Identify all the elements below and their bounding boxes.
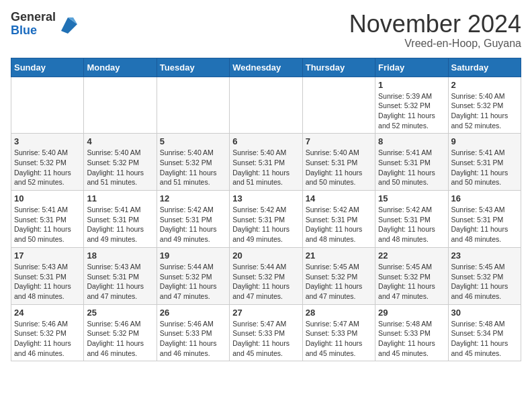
day-info: Sunrise: 5:42 AM Sunset: 5:31 PM Dayligh… <box>160 205 226 244</box>
header-day-saturday: Saturday <box>448 58 521 77</box>
day-info: Sunrise: 5:42 AM Sunset: 5:31 PM Dayligh… <box>306 205 372 244</box>
calendar-week-4: 24Sunrise: 5:46 AM Sunset: 5:32 PM Dayli… <box>11 304 521 361</box>
calendar-cell: 2Sunrise: 5:40 AM Sunset: 5:32 PM Daylig… <box>448 77 521 134</box>
logo-text: General Blue <box>11 11 56 38</box>
calendar-cell: 16Sunrise: 5:43 AM Sunset: 5:31 PM Dayli… <box>448 191 521 248</box>
calendar-cell: 12Sunrise: 5:42 AM Sunset: 5:31 PM Dayli… <box>157 191 229 248</box>
day-number: 8 <box>378 136 445 146</box>
calendar-cell: 1Sunrise: 5:39 AM Sunset: 5:32 PM Daylig… <box>375 77 448 134</box>
calendar-cell: 14Sunrise: 5:42 AM Sunset: 5:31 PM Dayli… <box>302 191 375 248</box>
day-info: Sunrise: 5:41 AM Sunset: 5:31 PM Dayligh… <box>378 148 445 187</box>
calendar-cell: 27Sunrise: 5:47 AM Sunset: 5:33 PM Dayli… <box>230 304 302 361</box>
calendar-cell: 25Sunrise: 5:46 AM Sunset: 5:32 PM Dayli… <box>84 304 157 361</box>
day-number: 7 <box>306 136 372 146</box>
day-number: 23 <box>451 250 518 261</box>
day-info: Sunrise: 5:46 AM Sunset: 5:33 PM Dayligh… <box>160 319 226 359</box>
day-number: 2 <box>451 80 518 90</box>
day-info: Sunrise: 5:40 AM Sunset: 5:31 PM Dayligh… <box>232 148 299 187</box>
day-info: Sunrise: 5:43 AM Sunset: 5:31 PM Dayligh… <box>14 262 81 302</box>
day-info: Sunrise: 5:46 AM Sunset: 5:32 PM Dayligh… <box>87 319 153 359</box>
day-number: 20 <box>232 250 299 261</box>
calendar-cell: 29Sunrise: 5:48 AM Sunset: 5:33 PM Dayli… <box>375 304 448 361</box>
calendar-cell: 13Sunrise: 5:42 AM Sunset: 5:31 PM Dayli… <box>230 191 302 248</box>
day-number: 10 <box>14 193 81 203</box>
day-number: 22 <box>378 250 445 261</box>
header-day-thursday: Thursday <box>302 58 375 77</box>
day-info: Sunrise: 5:45 AM Sunset: 5:32 PM Dayligh… <box>451 262 518 302</box>
day-number: 29 <box>378 308 445 318</box>
day-info: Sunrise: 5:42 AM Sunset: 5:31 PM Dayligh… <box>378 205 445 244</box>
day-number: 30 <box>451 308 518 318</box>
day-number: 9 <box>451 136 518 146</box>
day-info: Sunrise: 5:47 AM Sunset: 5:33 PM Dayligh… <box>306 319 372 359</box>
day-info: Sunrise: 5:44 AM Sunset: 5:32 PM Dayligh… <box>232 262 299 302</box>
calendar-cell <box>230 77 302 134</box>
calendar-cell: 4Sunrise: 5:40 AM Sunset: 5:32 PM Daylig… <box>84 134 157 191</box>
calendar-week-3: 17Sunrise: 5:43 AM Sunset: 5:31 PM Dayli… <box>11 247 521 304</box>
day-info: Sunrise: 5:39 AM Sunset: 5:32 PM Dayligh… <box>378 91 445 131</box>
logo-blue: Blue <box>11 24 37 37</box>
calendar-cell <box>84 77 157 134</box>
calendar-cell <box>302 77 375 134</box>
calendar-cell <box>157 77 229 134</box>
calendar-cell: 6Sunrise: 5:40 AM Sunset: 5:31 PM Daylig… <box>230 134 302 191</box>
calendar-cell: 22Sunrise: 5:45 AM Sunset: 5:32 PM Dayli… <box>375 247 448 304</box>
header-day-friday: Friday <box>375 58 448 77</box>
calendar-cell: 18Sunrise: 5:43 AM Sunset: 5:31 PM Dayli… <box>84 247 157 304</box>
day-info: Sunrise: 5:48 AM Sunset: 5:33 PM Dayligh… <box>378 319 445 359</box>
calendar-cell: 10Sunrise: 5:41 AM Sunset: 5:31 PM Dayli… <box>11 191 84 248</box>
day-info: Sunrise: 5:46 AM Sunset: 5:32 PM Dayligh… <box>14 319 81 359</box>
day-info: Sunrise: 5:48 AM Sunset: 5:34 PM Dayligh… <box>451 319 518 359</box>
day-number: 28 <box>306 308 372 318</box>
day-info: Sunrise: 5:40 AM Sunset: 5:32 PM Dayligh… <box>160 148 226 187</box>
header-day-tuesday: Tuesday <box>157 58 229 77</box>
calendar-week-1: 3Sunrise: 5:40 AM Sunset: 5:32 PM Daylig… <box>11 134 521 191</box>
logo: General Blue <box>11 11 77 38</box>
calendar-cell: 30Sunrise: 5:48 AM Sunset: 5:34 PM Dayli… <box>448 304 521 361</box>
day-number: 16 <box>451 193 518 203</box>
month-title: November 2024 <box>349 11 521 38</box>
day-number: 18 <box>87 250 153 261</box>
header-day-wednesday: Wednesday <box>230 58 302 77</box>
calendar-cell <box>11 77 84 134</box>
calendar-cell: 15Sunrise: 5:42 AM Sunset: 5:31 PM Dayli… <box>375 191 448 248</box>
day-number: 15 <box>378 193 445 203</box>
day-info: Sunrise: 5:41 AM Sunset: 5:31 PM Dayligh… <box>451 148 518 187</box>
day-info: Sunrise: 5:43 AM Sunset: 5:31 PM Dayligh… <box>451 205 518 244</box>
calendar-cell: 28Sunrise: 5:47 AM Sunset: 5:33 PM Dayli… <box>302 304 375 361</box>
calendar-table: SundayMondayTuesdayWednesdayThursdayFrid… <box>11 58 521 362</box>
title-block: November 2024 Vreed-en-Hoop, Guyana <box>349 11 521 50</box>
calendar-cell: 9Sunrise: 5:41 AM Sunset: 5:31 PM Daylig… <box>448 134 521 191</box>
day-number: 4 <box>87 136 153 146</box>
calendar-cell: 26Sunrise: 5:46 AM Sunset: 5:33 PM Dayli… <box>157 304 229 361</box>
calendar-cell: 7Sunrise: 5:40 AM Sunset: 5:31 PM Daylig… <box>302 134 375 191</box>
day-number: 17 <box>14 250 81 261</box>
calendar-header-row: SundayMondayTuesdayWednesdayThursdayFrid… <box>11 58 521 77</box>
day-number: 21 <box>306 250 372 261</box>
calendar-cell: 23Sunrise: 5:45 AM Sunset: 5:32 PM Dayli… <box>448 247 521 304</box>
day-number: 27 <box>232 308 299 318</box>
calendar-cell: 20Sunrise: 5:44 AM Sunset: 5:32 PM Dayli… <box>230 247 302 304</box>
calendar-week-0: 1Sunrise: 5:39 AM Sunset: 5:32 PM Daylig… <box>11 77 521 134</box>
calendar-cell: 8Sunrise: 5:41 AM Sunset: 5:31 PM Daylig… <box>375 134 448 191</box>
day-info: Sunrise: 5:41 AM Sunset: 5:31 PM Dayligh… <box>14 205 81 244</box>
day-number: 1 <box>378 80 445 90</box>
day-info: Sunrise: 5:41 AM Sunset: 5:31 PM Dayligh… <box>87 205 153 244</box>
day-number: 14 <box>306 193 372 203</box>
day-number: 24 <box>14 308 81 318</box>
calendar-cell: 17Sunrise: 5:43 AM Sunset: 5:31 PM Dayli… <box>11 247 84 304</box>
calendar-week-2: 10Sunrise: 5:41 AM Sunset: 5:31 PM Dayli… <box>11 191 521 248</box>
calendar-cell: 19Sunrise: 5:44 AM Sunset: 5:32 PM Dayli… <box>157 247 229 304</box>
day-info: Sunrise: 5:45 AM Sunset: 5:32 PM Dayligh… <box>378 262 445 302</box>
logo-icon <box>58 15 77 34</box>
day-info: Sunrise: 5:40 AM Sunset: 5:32 PM Dayligh… <box>451 91 518 131</box>
calendar-cell: 21Sunrise: 5:45 AM Sunset: 5:32 PM Dayli… <box>302 247 375 304</box>
day-info: Sunrise: 5:40 AM Sunset: 5:31 PM Dayligh… <box>306 148 372 187</box>
day-number: 26 <box>160 308 226 318</box>
day-number: 11 <box>87 193 153 203</box>
day-number: 19 <box>160 250 226 261</box>
day-info: Sunrise: 5:42 AM Sunset: 5:31 PM Dayligh… <box>232 205 299 244</box>
day-info: Sunrise: 5:47 AM Sunset: 5:33 PM Dayligh… <box>232 319 299 359</box>
calendar-body: 1Sunrise: 5:39 AM Sunset: 5:32 PM Daylig… <box>11 77 521 361</box>
calendar-cell: 3Sunrise: 5:40 AM Sunset: 5:32 PM Daylig… <box>11 134 84 191</box>
